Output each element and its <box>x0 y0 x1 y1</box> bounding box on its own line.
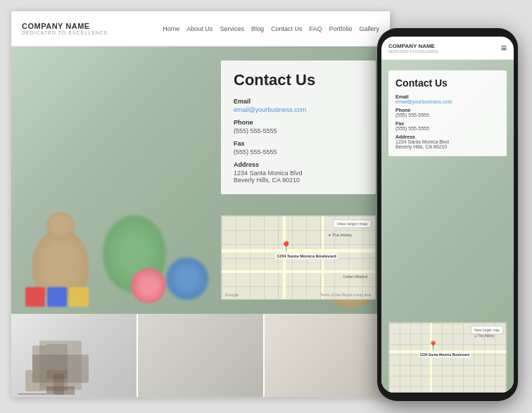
map-road-horizontal-2 <box>222 270 375 273</box>
mobile-map-embed[interactable]: ● The Abbey 📍 1234 Santa Monica Boulevar… <box>388 322 507 393</box>
toy-blocks <box>25 287 89 307</box>
mobile-screen: COMPANY NAME DEDICATED TO EXCELLENCE ≡ C… <box>381 37 514 393</box>
mobile-company-tagline: DEDICATED TO EXCELLENCE <box>388 49 438 53</box>
map-terms: Terms of Use Report a map error <box>320 293 372 297</box>
mobile-email-label: Email <box>395 94 500 99</box>
mobile-fax-label: Fax <box>395 121 500 126</box>
site-logo: COMPANY NAME DEDICATED TO EXCELLENCE <box>22 22 108 35</box>
fax-label: Fax <box>234 140 363 147</box>
mobile-view-larger-map-button[interactable]: View larger map <box>471 326 503 334</box>
company-name: COMPANY NAME <box>22 22 108 30</box>
address-line1: 1234 Santa Monica Blvd <box>234 170 363 177</box>
gallery-strip <box>11 314 390 398</box>
address-line2: Beverly Hills, CA 90210 <box>234 177 363 184</box>
main-nav: Home About Us Services Blog Contact Us F… <box>163 25 379 32</box>
toy-block-red <box>25 287 45 307</box>
mobile-map-address-label: 1234 Santa Monica Boulevard <box>419 352 471 357</box>
site-header: COMPANY NAME DEDICATED TO EXCELLENCE Hom… <box>11 11 390 46</box>
mobile-phone-value: (555) 555-5555 <box>395 113 500 117</box>
company-tagline: DEDICATED TO EXCELLENCE <box>22 30 108 35</box>
gallery-chair-image <box>265 314 390 398</box>
fax-value: (555) 555-5555 <box>234 148 363 155</box>
mobile-address-line2: Beverly Hills, CA 90210 <box>395 144 500 149</box>
nav-home[interactable]: Home <box>163 25 179 32</box>
gallery-item-3[interactable] <box>265 314 390 398</box>
mobile-mockup: COMPANY NAME DEDICATED TO EXCELLENCE ≡ C… <box>377 28 518 401</box>
toy-block-blue <box>47 287 67 307</box>
nav-contact[interactable]: Contact Us <box>271 25 303 32</box>
view-larger-map-button[interactable]: View larger map <box>333 220 372 228</box>
gallery-desk-image <box>138 314 263 398</box>
nav-faq[interactable]: FAQ <box>309 25 322 32</box>
email-label: Email <box>234 98 363 105</box>
toy-ball-pink <box>131 268 166 303</box>
mobile-email-value[interactable]: email@yourbusiness.com <box>395 99 500 104</box>
toy-block-yellow <box>69 287 89 307</box>
mobile-address-label: Address <box>395 134 500 139</box>
mobile-contact-box: Contact Us Email email@yourbusiness.com … <box>388 70 507 156</box>
mobile-logo: COMPANY NAME DEDICATED TO EXCELLENCE <box>388 43 438 53</box>
nav-blog[interactable]: Blog <box>251 25 264 32</box>
mobile-phone-label: Phone <box>395 108 500 113</box>
email-value[interactable]: email@yourbusiness.com <box>234 106 363 113</box>
nav-gallery[interactable]: Gallery <box>359 25 379 32</box>
map-road-horizontal-1 <box>222 249 375 253</box>
map-pin: 📍 <box>280 241 292 252</box>
mobile-fax-value: (555) 555-5555 <box>395 126 500 131</box>
map-embed[interactable]: ● The Abbey 📍 1234 Santa Monica Boulevar… <box>221 215 376 300</box>
nav-services[interactable]: Services <box>220 25 244 32</box>
mobile-header: COMPANY NAME DEDICATED TO EXCELLENCE ≡ <box>381 37 514 60</box>
contact-info-overlay: Contact Us Email email@yourbusiness.com … <box>221 61 376 194</box>
mobile-address-line1: 1234 Santa Monica Blvd <box>395 139 500 144</box>
address-label: Address <box>234 161 363 168</box>
hamburger-menu-icon[interactable]: ≡ <box>501 42 507 53</box>
map-cedars-label: Cedars Medical <box>343 274 367 279</box>
toy-ball-blue <box>166 258 208 300</box>
gallery-item-2[interactable] <box>138 314 265 398</box>
map-address-label: 1234 Santa Monica Boulevard <box>275 253 338 259</box>
google-logo: Google <box>225 293 239 297</box>
phone-value: (555) 555-5555 <box>234 127 363 134</box>
desktop-mockup: COMPANY NAME DEDICATED TO EXCELLENCE Hom… <box>11 11 391 398</box>
mobile-contact-title: Contact Us <box>395 77 500 89</box>
map-abbey-label: ● The Abbey <box>328 233 352 237</box>
mobile-company-name: COMPANY NAME <box>388 43 438 49</box>
mobile-map-pin: 📍 <box>428 341 438 350</box>
hero-section: Contact Us Email email@yourbusiness.com … <box>11 46 390 314</box>
mobile-content: Contact Us Email email@yourbusiness.com … <box>381 60 514 393</box>
nav-about[interactable]: About Us <box>186 25 213 32</box>
phone-label: Phone <box>234 119 363 126</box>
nav-portfolio[interactable]: Portfolio <box>329 25 352 32</box>
contact-title: Contact Us <box>234 71 363 89</box>
